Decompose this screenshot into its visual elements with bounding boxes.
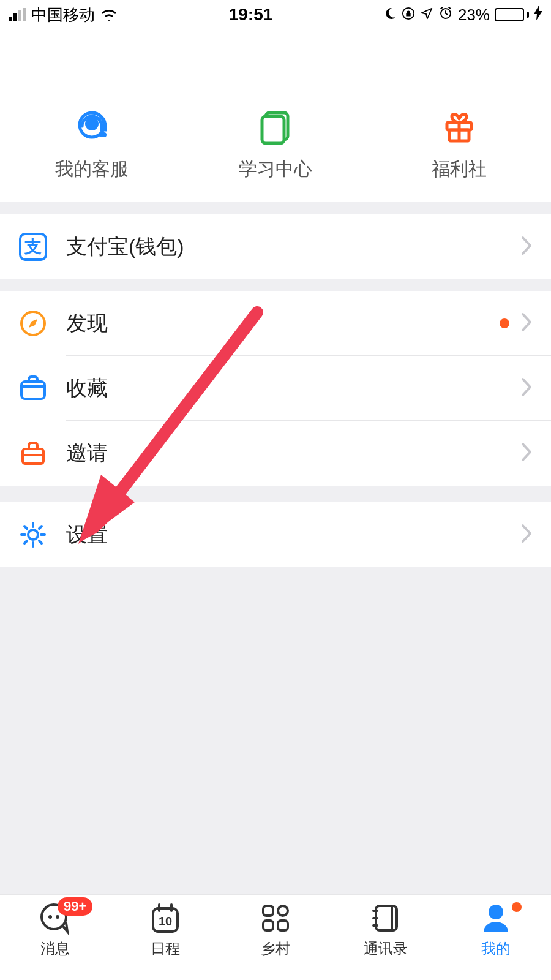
carrier-label: 中国移动 (31, 4, 95, 26)
chevron-right-icon (520, 312, 533, 335)
calendar-icon: 10 (148, 901, 182, 935)
headset-icon (73, 107, 110, 146)
tab-label: 日程 (151, 939, 180, 959)
chevron-right-icon (520, 523, 533, 546)
tab-mine[interactable]: 我的 (441, 901, 551, 980)
location-icon (420, 6, 433, 24)
shortcut-row: 我的客服 学习中心 福利社 (0, 86, 551, 202)
profile-icon (479, 901, 513, 935)
notification-dot (500, 318, 509, 328)
briefcase-icon (18, 439, 48, 468)
svg-rect-23 (263, 906, 273, 916)
notification-dot (512, 902, 522, 912)
profile-area (0, 29, 551, 86)
folder-icon (18, 374, 48, 403)
gift-icon (441, 107, 478, 146)
shortcut-label: 福利社 (432, 157, 487, 182)
book-icon (257, 107, 294, 146)
gear-icon (18, 520, 48, 549)
shortcut-label: 我的客服 (55, 157, 129, 182)
wifi-icon (100, 8, 118, 21)
badge-count: 99+ (58, 897, 92, 916)
status-bar: 中国移动 19:51 23% (0, 0, 551, 29)
signal-icon (9, 8, 26, 21)
moon-icon (383, 6, 397, 24)
svg-point-14 (28, 530, 38, 540)
screen: 中国移动 19:51 23% (0, 0, 551, 980)
shortcut-customer-service[interactable]: 我的客服 (0, 86, 184, 202)
row-label: 设置 (66, 521, 520, 549)
tab-schedule[interactable]: 10 日程 (110, 901, 220, 980)
battery-icon (495, 8, 529, 21)
row-discover[interactable]: 发现 (0, 291, 551, 356)
svg-point-24 (278, 906, 288, 916)
tab-label: 消息 (40, 939, 70, 959)
row-label: 支付宝(钱包) (66, 233, 520, 261)
svg-rect-26 (278, 921, 288, 930)
chevron-right-icon (520, 235, 533, 258)
svg-rect-27 (376, 906, 397, 930)
shortcut-label: 学习中心 (239, 157, 312, 182)
svg-text:支: 支 (24, 237, 42, 256)
tab-village[interactable]: 乡村 (220, 901, 331, 980)
svg-text:10: 10 (159, 914, 172, 928)
row-label: 收藏 (66, 374, 520, 402)
tab-contacts[interactable]: 通讯录 (331, 901, 441, 980)
compass-icon (18, 309, 48, 338)
chevron-right-icon (520, 442, 533, 465)
status-right: 23% (383, 6, 542, 24)
addressbook-icon (369, 901, 403, 935)
row-label: 邀请 (66, 439, 520, 467)
row-favorite[interactable]: 收藏 (0, 356, 551, 421)
status-left: 中国移动 (9, 4, 118, 26)
status-time: 19:51 (229, 5, 273, 24)
svg-rect-25 (263, 921, 273, 930)
list-group-1: 支 支付宝(钱包) (0, 214, 551, 279)
row-alipay[interactable]: 支 支付宝(钱包) (0, 214, 551, 279)
svg-rect-12 (21, 382, 45, 399)
svg-rect-6 (262, 116, 284, 143)
shortcut-learning-center[interactable]: 学习中心 (184, 86, 367, 202)
alipay-icon: 支 (18, 232, 48, 262)
row-invite[interactable]: 邀请 (0, 421, 551, 486)
battery-percent: 23% (458, 6, 490, 24)
charging-icon (534, 6, 542, 24)
lock-icon (402, 6, 415, 24)
tab-label: 我的 (481, 939, 511, 959)
tab-bar: 99+ 消息 10 日程 乡村 通讯录 我的 (0, 894, 551, 980)
tab-label: 乡村 (261, 939, 290, 959)
svg-rect-4 (99, 132, 107, 137)
grid-icon (258, 901, 293, 935)
list-group-2: 发现 收藏 邀请 (0, 291, 551, 486)
svg-point-20 (56, 915, 59, 919)
row-settings[interactable]: 设置 (0, 502, 551, 567)
list-group-3: 设置 (0, 502, 551, 567)
row-label: 发现 (66, 309, 500, 337)
svg-point-28 (489, 905, 503, 919)
alarm-icon (438, 6, 453, 24)
chevron-right-icon (520, 377, 533, 400)
shortcut-welfare[interactable]: 福利社 (367, 86, 551, 202)
tab-messages[interactable]: 99+ 消息 (0, 901, 110, 980)
svg-point-19 (48, 915, 52, 919)
tab-label: 通讯录 (364, 939, 408, 959)
